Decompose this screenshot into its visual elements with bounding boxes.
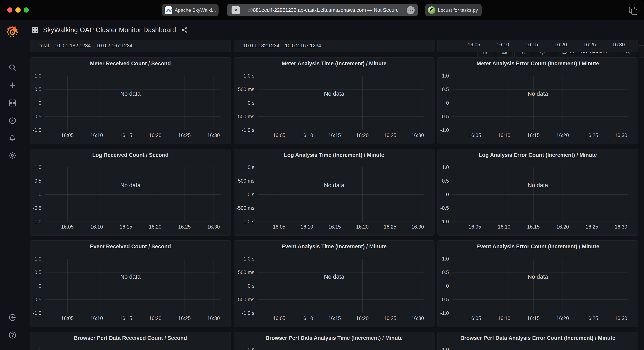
sign-in-icon[interactable] — [8, 313, 16, 322]
search-icon[interactable] — [8, 63, 16, 72]
x-axis-label: 16:10 — [300, 224, 313, 230]
gridline — [334, 259, 335, 313]
panel-title[interactable]: Meter Analysis Error Count (Increment) /… — [438, 58, 638, 69]
panel-title[interactable]: Log Analysis Time (Increment) / Minute — [234, 150, 434, 161]
panel-title[interactable]: Log Analysis Error Count (Increment) / M… — [438, 150, 638, 161]
grafana-logo[interactable] — [6, 25, 20, 39]
x-axis-label: 16:10 — [498, 132, 510, 138]
alerting-icon[interactable] — [8, 134, 16, 143]
y-axis-label: 1.0 s — [234, 256, 254, 262]
gridline — [45, 103, 220, 103]
panel-fragment-top: 16:0516:1016:1516:2016:2516:30 — [438, 40, 638, 52]
y-axis-label: 0 — [438, 283, 449, 289]
x-axis-label: 16:20 — [149, 132, 162, 138]
gridline — [452, 103, 628, 103]
x-axis-label: 16:20 — [556, 315, 569, 321]
close-window-button[interactable] — [7, 7, 12, 12]
legend-item[interactable]: 10.0.1.182:1234 — [243, 43, 279, 48]
gridline — [45, 272, 220, 273]
gridline — [452, 76, 628, 76]
y-axis-label: 0 s — [234, 191, 254, 197]
gridline — [592, 167, 592, 221]
gridline — [155, 167, 155, 221]
gridline — [452, 208, 628, 208]
gridline — [504, 167, 504, 221]
panel-title[interactable]: Browser Perf Data Analysis Time (Increme… — [234, 333, 434, 344]
gridline — [45, 313, 220, 313]
no-data-text: No data — [30, 274, 230, 280]
gridline — [452, 286, 628, 286]
y-axis-label: -0.5 — [30, 114, 42, 120]
dashboards-icon[interactable] — [8, 99, 16, 107]
y-axis-label: -1.0 s — [234, 310, 254, 316]
gridline — [307, 259, 307, 313]
dashboard-squares-icon[interactable] — [32, 26, 38, 33]
y-axis-label: 1.0 — [438, 256, 449, 262]
panel-meter-received-count-second: Meter Received Count / Second 1.00.50-0.… — [30, 57, 231, 144]
x-axis-label: 16:10 — [496, 41, 509, 47]
panel-log-analysis-time-increment-minute: Log Analysis Time (Increment) / Minute 1… — [234, 149, 434, 235]
panel-title[interactable]: Event Analysis Error Count (Increment) /… — [438, 241, 638, 252]
panel-title[interactable]: Meter Analysis Time (Increment) / Minute — [234, 58, 434, 69]
x-axis-label: 16:05 — [468, 41, 480, 47]
no-data-text: No data — [30, 91, 230, 97]
tab-locust[interactable]: Locust for tasks.py — [425, 4, 482, 16]
create-icon[interactable] — [8, 81, 16, 90]
configuration-icon[interactable] — [8, 151, 16, 160]
x-axis-label: 16:05 — [468, 315, 481, 321]
y-axis-label: -0.5 — [438, 205, 449, 211]
gridline — [592, 259, 592, 313]
panel-title[interactable]: Event Received Count / Second — [30, 241, 230, 252]
x-axis-label: 16:05 — [61, 132, 74, 138]
panel-title[interactable]: Meter Received Count / Second — [30, 58, 230, 69]
x-axis-label: 16:15 — [120, 224, 132, 230]
share-icon[interactable] — [181, 27, 188, 33]
tab-more-icon[interactable] — [407, 6, 415, 14]
x-axis-label: 16:05 — [61, 224, 74, 230]
no-data-text: No data — [234, 274, 434, 280]
gridline — [45, 181, 220, 181]
legend-item[interactable]: 10.0.1.182:1234 — [54, 43, 91, 48]
gridline — [621, 259, 621, 313]
panel-title[interactable]: Event Analysis Time (Increment) / Minute — [234, 241, 434, 252]
minimize-window-button[interactable] — [16, 7, 20, 12]
panel-fragment-browser-perf-data-analysis-time-increment-minute: Browser Perf Data Analysis Time (Increme… — [234, 332, 434, 350]
panel-title[interactable]: Browser Perf Data Received Count / Secon… — [30, 333, 230, 344]
y-axis-label: -1.0 — [438, 310, 449, 316]
x-axis-label: 16:25 — [178, 224, 191, 230]
help-icon[interactable] — [8, 331, 16, 339]
tab-apache-skywalking[interactable]: Sw Apache SkyWalki... — [162, 4, 218, 16]
explore-icon[interactable] — [8, 117, 16, 125]
zoom-window-button[interactable] — [24, 7, 29, 12]
gridline — [621, 167, 621, 221]
x-axis-label: 16:25 — [586, 224, 598, 230]
x-axis-label: 16:15 — [120, 315, 132, 321]
gridline — [258, 259, 424, 259]
y-axis-label: 0 s — [234, 100, 254, 106]
y-axis-label: -1.0 — [438, 127, 449, 133]
gridline — [214, 167, 214, 221]
x-axis-label: 16:10 — [498, 315, 510, 321]
no-data-text: No data — [438, 274, 638, 280]
legend-series-label: 10.0.1.182:1234 — [243, 43, 279, 48]
tab-overview-icon[interactable] — [628, 6, 638, 15]
x-axis-label: 16:10 — [90, 224, 103, 230]
gridline — [184, 76, 185, 130]
x-axis-label: 16:30 — [615, 132, 628, 138]
gridline — [307, 167, 307, 221]
x-axis-label: 16:10 — [498, 224, 510, 230]
legend-item[interactable]: total — [40, 43, 49, 48]
gridline — [460, 41, 628, 41]
gridline — [45, 349, 220, 350]
legend-item[interactable]: 10.0.2.167:1234 — [285, 43, 321, 48]
close-tab-icon[interactable] — [232, 6, 240, 14]
y-axis-label: -1.0 — [30, 127, 42, 133]
x-axis-label: 16:20 — [356, 315, 369, 321]
y-axis-label: 0 s — [234, 283, 254, 289]
tab-grafana-active[interactable]: e0881eed4-22961232.ap-east-1.elb.amazona… — [227, 4, 418, 16]
panel-title[interactable]: Browser Perf Data Analysis Error Count (… — [438, 333, 638, 344]
no-data-text: No data — [234, 182, 434, 188]
gridline — [214, 259, 214, 313]
legend-item[interactable]: 10.0.2.167:1234 — [96, 43, 132, 48]
panel-title[interactable]: Log Received Count / Second — [30, 150, 230, 161]
